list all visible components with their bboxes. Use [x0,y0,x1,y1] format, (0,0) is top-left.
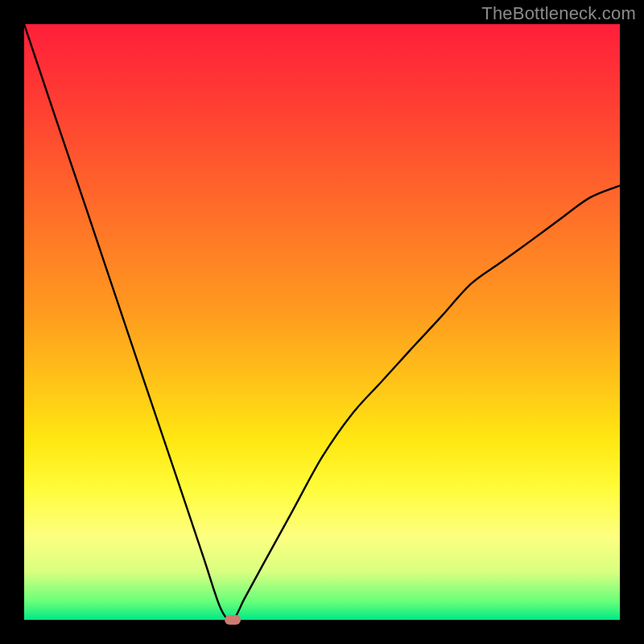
watermark-text: TheBottleneck.com [481,3,636,24]
bottleneck-curve [24,24,620,620]
chart-frame: TheBottleneck.com [0,0,644,644]
plot-area [24,24,620,620]
optimal-marker [225,615,241,625]
